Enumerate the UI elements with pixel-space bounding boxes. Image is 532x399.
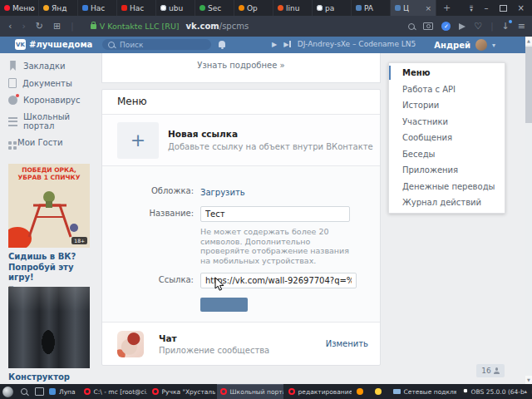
tab-title: Меню bbox=[12, 4, 35, 12]
snapshot-icon[interactable] bbox=[423, 22, 433, 30]
tray-expand-icon[interactable]: ▴ bbox=[525, 388, 528, 395]
link-input[interactable] bbox=[200, 273, 357, 288]
taskbar-button[interactable]: Лупа bbox=[46, 384, 79, 399]
tab-close-icon[interactable]: × bbox=[425, 4, 431, 12]
play-icon[interactable]: ▶ bbox=[272, 41, 277, 48]
tab-favicon bbox=[82, 5, 88, 11]
settings-menu-item[interactable]: Участники bbox=[389, 114, 505, 131]
browser-tab[interactable]: Янд × bbox=[39, 0, 78, 16]
scroll-down-button[interactable]: ▼ bbox=[525, 376, 532, 384]
url-text[interactable]: vk.com/spcms bbox=[186, 22, 249, 31]
browser-tab[interactable]: PA × bbox=[352, 0, 391, 16]
ad-image[interactable]: ПОБЕДИ ОРКА, УБРАВ 1 СПИЧКУ 18+ bbox=[8, 164, 90, 248]
downloads-icon[interactable]: ↓ bbox=[502, 21, 510, 32]
notifications-bell-icon[interactable] bbox=[219, 41, 225, 47]
taskbar-button[interactable]: C:\ - mc [root@ci... bbox=[81, 384, 147, 399]
back-icon[interactable]: ‹ bbox=[8, 21, 12, 32]
sidebar-item[interactable]: Школьный портал bbox=[8, 112, 100, 131]
maximize-button[interactable] bbox=[500, 5, 507, 12]
settings-menu-item[interactable]: Беседы bbox=[389, 146, 505, 163]
vk-logo[interactable]: VK bbox=[15, 39, 26, 50]
settings-menu-item[interactable]: Истории bbox=[389, 97, 505, 114]
new-tab-button[interactable]: + bbox=[436, 0, 457, 16]
members-badge[interactable]: 16 bbox=[476, 364, 505, 377]
reload-icon[interactable]: ↻ bbox=[36, 21, 43, 32]
save-button[interactable] bbox=[200, 298, 248, 312]
speed-dial-icon[interactable]: ⊞ bbox=[53, 21, 61, 32]
close-button[interactable]: × bbox=[518, 3, 525, 12]
learn-more-link[interactable]: Узнать подробнее » bbox=[102, 61, 380, 70]
task-view-icon[interactable] bbox=[35, 387, 44, 396]
settings-menu-item[interactable]: Меню bbox=[389, 65, 505, 81]
settings-menu-item-label: Работа с API bbox=[402, 85, 456, 94]
scrollbar-thumb[interactable] bbox=[525, 47, 532, 123]
browser-tab[interactable]: Ц × bbox=[391, 0, 436, 16]
taskbar-button-label: OBS 25.0.0 (64-bi... bbox=[471, 388, 525, 396]
taskbar-search-icon[interactable] bbox=[21, 388, 27, 395]
extension-check-icon[interactable]: ✓ bbox=[441, 22, 451, 31]
browser-tab[interactable]: pa × bbox=[313, 0, 352, 16]
taskbar-button[interactable]: Ручка "Хрусталь"... bbox=[149, 384, 215, 399]
sidebar-item-label: Закладки bbox=[23, 62, 66, 71]
taskbar-button[interactable]: Сетевые подклю... bbox=[390, 384, 456, 399]
browser-tab[interactable]: Нас × bbox=[117, 0, 156, 16]
settings-menu-item[interactable]: Приложения bbox=[389, 162, 505, 179]
taskbar-button[interactable]: Школьный порта... bbox=[217, 384, 283, 399]
banner-card: Узнать подробнее » bbox=[101, 53, 381, 83]
name-input[interactable] bbox=[200, 206, 350, 222]
settings-menu-item[interactable]: Журнал действий bbox=[389, 195, 505, 211]
tab-strip: Меню × Янд × Нас × Нас bbox=[0, 0, 436, 16]
sidebar-item[interactable]: Закладки bbox=[8, 61, 100, 71]
browser-tab[interactable]: linu × bbox=[273, 0, 313, 16]
name-hint: Не может содержать более 20 символов. До… bbox=[200, 227, 352, 265]
now-playing-label[interactable]: DJ-Andrey-sXe – Codename LN5 bbox=[298, 40, 416, 48]
browser-tab[interactable]: Меню × bbox=[0, 0, 39, 16]
bookmark-heart-icon[interactable]: ♡ bbox=[474, 21, 482, 32]
easy-setup-icon[interactable]: ≡ bbox=[518, 21, 525, 32]
taskbar-button[interactable] bbox=[372, 384, 388, 399]
sidebar-item[interactable]: Документы bbox=[8, 78, 100, 88]
next-track-icon[interactable]: ▶ bbox=[283, 41, 291, 48]
scroll-up-button[interactable]: ▲ bbox=[525, 37, 532, 45]
browser-scrollbar[interactable]: ▲ ▼ bbox=[525, 37, 532, 384]
browser-tab[interactable]: Sec × bbox=[195, 0, 234, 16]
taskbar-button-icon bbox=[393, 389, 401, 394]
search-icon bbox=[108, 42, 115, 48]
tab-title: Ц bbox=[403, 4, 409, 12]
settings-menu-item-label: Участники bbox=[402, 117, 448, 126]
taskbar-button[interactable] bbox=[353, 384, 370, 399]
send-icon[interactable] bbox=[459, 23, 466, 30]
search-input[interactable] bbox=[118, 40, 192, 50]
new-link-row[interactable]: + Новая ссылка Добавьте ссылку на объект… bbox=[102, 115, 380, 166]
browser-tab[interactable]: ubu × bbox=[156, 0, 195, 16]
upload-cover-link[interactable]: Загрузить bbox=[200, 188, 245, 197]
ad-block-1[interactable]: ПОБЕДИ ОРКА, УБРАВ 1 СПИЧКУ 18+ Сидишь в… bbox=[8, 164, 90, 293]
ad-title[interactable]: Сидишь в ВК? Попробуй эту игру! bbox=[8, 252, 90, 283]
header-user-menu[interactable]: Андрей ▾ bbox=[434, 39, 495, 51]
community-settings-menu: Меню Работа с API Истории Участники Сооб… bbox=[388, 62, 505, 214]
settings-menu-item[interactable]: Денежные переводы bbox=[389, 179, 505, 195]
tab-menu-icon[interactable]: ≡▾ bbox=[470, 5, 474, 12]
start-button[interactable] bbox=[2, 387, 13, 397]
link-row: Ссылка: bbox=[117, 271, 380, 288]
edit-chat-link[interactable]: Изменить bbox=[326, 339, 368, 348]
browser-tab[interactable]: Нас × bbox=[78, 0, 117, 16]
taskbar-button[interactable]: редактирование ... bbox=[285, 384, 352, 399]
taskbar-button[interactable]: OBS 25.0.0 (64-bi... bbox=[458, 384, 525, 399]
hashtag-link[interactable]: #лучшедома bbox=[29, 40, 92, 49]
sidebar-item[interactable]: Мои Гости bbox=[8, 138, 100, 147]
security-label[interactable]: V Kontakte LLC [RU] bbox=[100, 22, 180, 31]
chat-app-row[interactable]: Чат Приложение сообщества Изменить bbox=[102, 323, 380, 365]
separator: | bbox=[71, 22, 73, 31]
tab-title: Нас bbox=[91, 4, 105, 12]
browser-tab[interactable]: Op × bbox=[234, 0, 273, 16]
plus-tile[interactable]: + bbox=[117, 122, 159, 159]
settings-menu-item[interactable]: Сообщения bbox=[389, 130, 505, 146]
ad-block-2[interactable]: Конструктор сайтов для фотографов bbox=[8, 287, 90, 399]
settings-menu-item[interactable]: Работа с API bbox=[389, 81, 505, 98]
vk-search[interactable] bbox=[102, 39, 211, 50]
minimize-button[interactable]: – bbox=[485, 3, 489, 12]
ad-image[interactable] bbox=[8, 287, 90, 368]
sidebar-item[interactable]: Коронавирус bbox=[8, 96, 100, 105]
search-icon[interactable] bbox=[408, 23, 415, 30]
